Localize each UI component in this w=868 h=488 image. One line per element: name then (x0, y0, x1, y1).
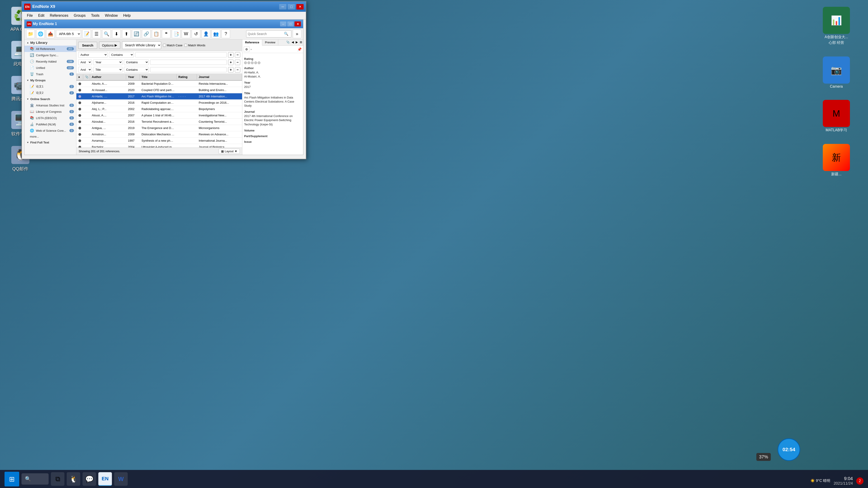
taskbar-qq[interactable]: 🐧 (67, 472, 80, 486)
close-button[interactable]: ✕ (296, 4, 304, 9)
toolbar-list[interactable]: ☰ (92, 30, 101, 38)
match-words-checkbox[interactable] (184, 44, 187, 47)
toolbar-sync[interactable]: ↺ (192, 30, 200, 38)
search-remove-3[interactable]: − (235, 67, 240, 72)
search-op-3[interactable]: Contains (124, 67, 149, 72)
sidebar-item-lista[interactable]: 📚 LISTA (EBSCO) 0 (24, 115, 76, 121)
sidebar-item-group-1[interactable]: 📝 论文1 2 (24, 84, 76, 90)
search-op-1[interactable]: Contains (109, 52, 134, 58)
camera-icon[interactable]: 📷 (823, 57, 850, 84)
col-header-year[interactable]: Year (126, 74, 140, 79)
toolbar-search[interactable]: 🔍 (102, 30, 111, 38)
right-panel-expand[interactable]: ⊞ (299, 39, 303, 45)
table-row[interactable]: Aloj, L.; P... 2002 Radiolabeling approa… (76, 106, 242, 112)
sidebar-item-pubmed[interactable]: 🔬 PubMed (NLM) 0 (24, 121, 76, 127)
search-remove-1[interactable]: − (235, 52, 240, 58)
table-row[interactable]: Bachelor, ... 2004 Ultraviolet A-induced… (76, 144, 242, 148)
table-row[interactable]: Aburto, A.... 2009 Bacterial Population … (76, 80, 242, 87)
search-bool-3[interactable]: And (78, 67, 92, 72)
sidebar-item-arkansas[interactable]: 🏛️ Arkansas Studies Inst 0 (24, 102, 76, 108)
sidebar-item-wos[interactable]: 🌐 Web of Science Core... 0 (24, 127, 76, 134)
search-add-2[interactable]: + (228, 60, 234, 65)
table-row[interactable]: Al Assaad... 2020 Coupled CFD and partic… (76, 87, 242, 93)
search-button[interactable]: Search (78, 42, 97, 49)
toolbar-refresh[interactable]: 🔄 (132, 30, 141, 38)
sidebar-item-unfiled[interactable]: 📄 Unfiled 197 (24, 65, 76, 71)
sidebar-item-more[interactable]: more... (24, 134, 76, 139)
col-header-dot[interactable]: ● (76, 74, 83, 79)
toolbar-download[interactable]: ⬇ (112, 30, 121, 38)
right-panel-nav-right[interactable]: ▶ (295, 39, 299, 45)
toolbar-cite[interactable]: 📑 (172, 30, 180, 38)
toolbar-folder[interactable]: 📁 (26, 30, 35, 38)
toolbar-share[interactable]: 📤 (46, 30, 55, 38)
taskbar-taskview[interactable]: ⧉ (51, 472, 64, 486)
taskbar-search-button[interactable]: 🔍 (22, 473, 49, 485)
taskbar-wechat[interactable]: 💬 (83, 472, 96, 486)
col-header-journal[interactable]: Journal (197, 74, 242, 79)
search-add-1[interactable]: + (228, 52, 234, 58)
menu-tools[interactable]: Tools (88, 13, 102, 19)
search-field-2[interactable]: Year (93, 59, 123, 65)
toolbar-quote[interactable]: ❝ (162, 30, 170, 38)
sidebar-item-group-2[interactable]: 📝 论文2 2 (24, 90, 76, 96)
rp-toolbar-settings[interactable]: ⚙ (244, 46, 250, 52)
style-dropdown[interactable]: APA 6th 5 (56, 30, 81, 38)
menu-references[interactable]: References (47, 13, 71, 19)
search-add-3[interactable]: + (228, 67, 234, 72)
inner-close[interactable]: ✕ (294, 22, 301, 26)
search-scope-dropdown[interactable]: Search Whole Library (122, 41, 161, 49)
taskbar-word[interactable]: W (114, 472, 128, 486)
notification-badge[interactable]: 2 (856, 477, 864, 485)
my-groups-section[interactable]: ▼ My Groups (24, 77, 76, 84)
col-header-title[interactable]: Title (140, 74, 177, 79)
col-header-author[interactable]: Author (90, 74, 126, 79)
search-op-2[interactable]: Contains (124, 59, 149, 65)
news-icon[interactable]: 新 (823, 144, 850, 171)
taskbar-endnote[interactable]: EN (98, 472, 112, 486)
quick-search-box[interactable]: 🔍 (246, 30, 291, 37)
maximize-button[interactable]: □ (288, 4, 295, 9)
search-bool-2[interactable]: And (78, 59, 92, 65)
excel-icon[interactable]: 📊 (823, 7, 850, 34)
toolbar-user[interactable]: 👤 (202, 30, 210, 38)
sidebar-item-configure-sync[interactable]: 🔄 Configure Sync... (24, 52, 76, 58)
table-row[interactable]: Armstron... 2009 Dislocation Mechanics A… (76, 131, 242, 138)
search-field-1[interactable]: Author (78, 52, 107, 58)
col-header-rating[interactable]: Rating (177, 74, 197, 79)
find-full-text-section[interactable]: ▼ Find Full Text (24, 139, 76, 145)
match-case-checkbox[interactable] (163, 44, 166, 47)
menu-help[interactable]: Help (121, 13, 133, 19)
sidebar-item-all-references[interactable]: 📚 All References 201 (24, 46, 76, 52)
right-panel-attach-icon[interactable]: 📎 (285, 39, 291, 45)
rp-toolbar-expand[interactable]: » (250, 48, 252, 51)
inner-minimize[interactable]: ─ (280, 22, 286, 26)
sidebar-item-recently-added[interactable]: 🕒 Recently Added 196 (24, 58, 76, 65)
rp-toolbar-pin[interactable]: 📌 (297, 47, 302, 52)
search-value-1[interactable] (135, 52, 227, 57)
toolbar-expand[interactable]: » (293, 30, 301, 38)
quick-search-input[interactable] (248, 32, 284, 36)
my-library-section[interactable]: ▲ My Library (24, 39, 76, 46)
toolbar-word[interactable]: W (182, 30, 190, 38)
sidebar-item-trash[interactable]: 🗑️ Trash 1 (24, 71, 76, 77)
minimize-button[interactable]: ─ (279, 4, 286, 9)
toolbar-online[interactable]: 🌐 (36, 30, 45, 38)
search-value-2[interactable] (150, 60, 227, 65)
tab-reference[interactable]: Reference (242, 39, 262, 46)
online-search-section[interactable]: ▼ Online Search (24, 96, 76, 102)
table-row[interactable]: Aljshame... 2016 Rapid Computation and A… (76, 100, 242, 106)
toolbar-new-ref[interactable]: 📝 (82, 30, 91, 38)
menu-file[interactable]: File (24, 13, 35, 19)
toolbar-upload[interactable]: ⬆ (122, 30, 131, 38)
toolbar-help[interactable]: ? (221, 30, 230, 38)
toolbar-user2[interactable]: 👥 (212, 30, 220, 38)
table-row[interactable]: Alzoubai... 2016 Terrorist Recruitment a… (76, 119, 242, 125)
search-field-3[interactable]: Title (93, 67, 123, 72)
menu-edit[interactable]: Edit (35, 13, 47, 19)
toolbar-link[interactable]: 🔗 (142, 30, 151, 38)
toolbar-export[interactable]: 📋 (152, 30, 160, 38)
menu-window[interactable]: Window (102, 13, 121, 19)
table-row[interactable]: Antigua, ... 2019 The Emergence and Dece… (76, 125, 242, 131)
menu-groups[interactable]: Groups (71, 13, 88, 19)
